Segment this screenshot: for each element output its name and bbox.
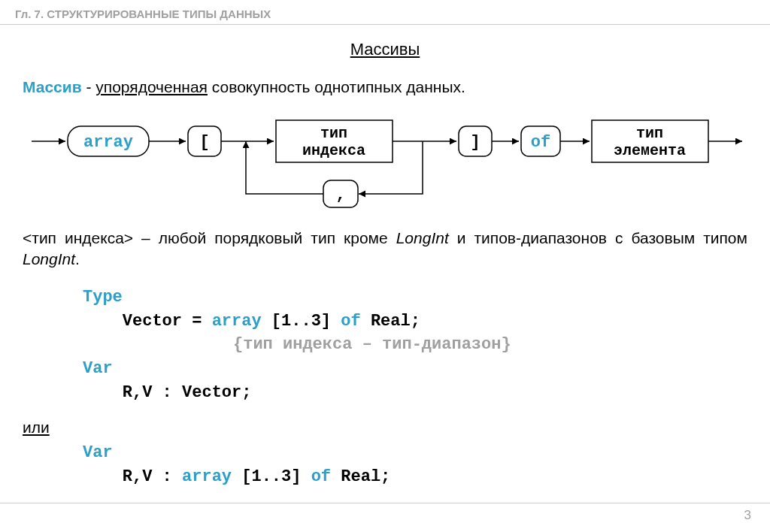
dash: - bbox=[82, 78, 96, 95]
c2-l2c: [1..3] bbox=[232, 467, 311, 486]
para-p1: <тип индекса> – любой порядковый тип кро… bbox=[23, 229, 396, 246]
para-p3: и типов-диапазонов с базовым типом bbox=[449, 229, 747, 246]
c2-l2a: R,V : bbox=[83, 467, 182, 486]
c1-l2b: array bbox=[212, 312, 262, 331]
para-p5: . bbox=[75, 250, 80, 268]
c1-l2c: [1..3] bbox=[262, 312, 341, 331]
definition-rest: совокупность однотипных данных. bbox=[208, 78, 465, 95]
c2-l2d: of bbox=[311, 467, 331, 486]
c2-l2b: array bbox=[182, 467, 232, 486]
chapter-header: Гл. 7. СТРУКТУРИРОВАННЫЕ ТИПЫ ДАННЫХ bbox=[0, 0, 770, 24]
code-block-1: Type Vector = array [1..3] of Real; {тип… bbox=[83, 286, 770, 405]
c1-l2e: Real; bbox=[361, 312, 420, 331]
syntax-diagram: array [ тип индекса ] of тип элемента , bbox=[24, 111, 746, 216]
kw-type: Type bbox=[83, 288, 123, 307]
divider-top bbox=[0, 24, 770, 25]
code-block-2: Var R,V : array [1..3] of Real; bbox=[83, 441, 770, 489]
paragraph-note: <тип индекса> – любой порядковый тип кро… bbox=[23, 228, 747, 271]
node-index-type-l2: индекса bbox=[302, 142, 365, 159]
c1-comment: {тип индекса – тип-диапазон} bbox=[233, 335, 511, 354]
node-array: array bbox=[83, 133, 133, 152]
page-title: Массивы bbox=[0, 40, 770, 59]
c2-l2e: Real; bbox=[331, 467, 390, 486]
node-comma: , bbox=[335, 186, 345, 204]
c1-l2d: of bbox=[341, 312, 360, 331]
c1-l5: R,V : Vector; bbox=[83, 383, 251, 402]
or-label: или bbox=[23, 419, 770, 437]
node-lbracket: [ bbox=[199, 133, 209, 152]
divider-bottom bbox=[0, 503, 770, 503]
node-elem-type-l1: тип bbox=[636, 125, 663, 142]
page-number: 3 bbox=[744, 508, 751, 523]
term: Массив bbox=[23, 78, 82, 95]
node-rbracket: ] bbox=[470, 133, 480, 152]
node-index-type-l1: тип bbox=[320, 125, 347, 142]
node-of: of bbox=[531, 133, 550, 152]
para-p4: LongInt bbox=[23, 250, 75, 268]
para-p2: LongInt bbox=[396, 229, 449, 246]
definition-underlined: упорядоченная bbox=[95, 78, 208, 95]
kw-var-2: Var bbox=[83, 443, 113, 462]
c1-l2a: Vector = bbox=[83, 312, 212, 331]
node-elem-type-l2: элемента bbox=[614, 142, 686, 159]
definition: Массив - упорядоченная совокупность одно… bbox=[23, 78, 747, 96]
kw-var-1: Var bbox=[83, 359, 113, 378]
